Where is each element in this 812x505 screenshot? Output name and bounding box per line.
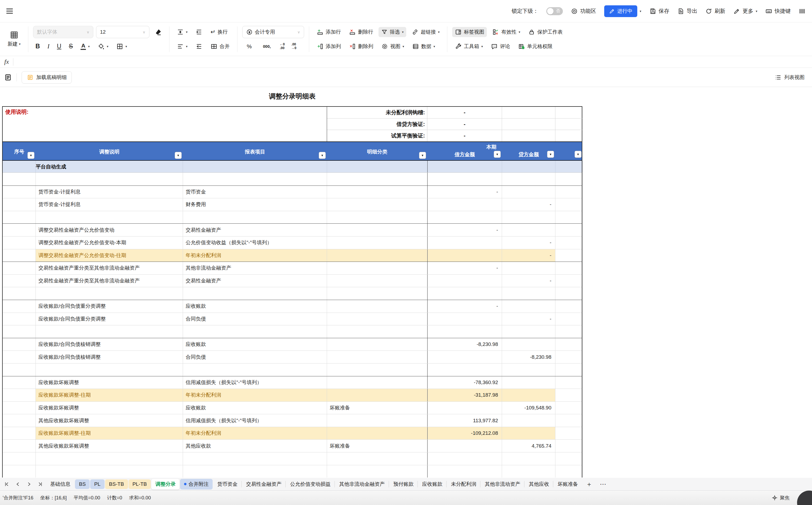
horizontal-align-button[interactable]: ▾ [174,41,190,51]
report-item-cell[interactable]: 应收账款 [183,402,327,414]
credit-cell[interactable] [502,363,555,376]
detail-class-cell[interactable] [327,414,427,427]
seq-cell[interactable] [3,287,36,300]
detail-class-cell[interactable] [327,325,427,338]
filter-button[interactable]: ▼ [27,152,34,159]
formula-input[interactable] [13,56,812,67]
font-family-select[interactable]: 默认字体∨ [33,26,93,38]
empty-cell[interactable] [502,119,555,130]
report-item-cell[interactable]: 合同负债 [183,313,327,325]
extra-cell[interactable] [555,453,583,465]
report-item-cell[interactable]: 货币资金 [183,186,327,198]
cell[interactable] [3,161,36,172]
add-row-button[interactable]: 添加行 [314,27,343,37]
lock-sublevel-toggle[interactable]: 否 [546,7,563,15]
report-item-cell[interactable]: 财务费用 [183,198,327,211]
seq-cell[interactable] [3,236,36,249]
extra-cell[interactable] [555,402,583,414]
desc-cell[interactable]: 其他应收账款坏账调整 [36,414,183,427]
extra-cell[interactable] [555,262,583,275]
detail-class-cell[interactable] [327,262,427,275]
detail-class-cell[interactable] [327,313,427,325]
credit-cell[interactable] [502,465,555,478]
filter-button[interactable]: ▼ [575,151,581,158]
seq-cell[interactable] [3,453,36,465]
data-button[interactable]: 数据▾ [410,41,438,51]
report-item-cell[interactable]: 信用减值损失（损失以"-"号填列） [183,376,327,389]
sidebar-panel-icon[interactable] [799,8,806,15]
extra-cell[interactable] [555,440,583,452]
extra-cell[interactable] [555,313,583,325]
seq-cell[interactable] [3,440,36,452]
validity-button[interactable]: 有效性▾ [490,27,523,37]
more-button[interactable]: 更多▾ [733,7,757,15]
desc-cell[interactable] [36,325,183,338]
detail-class-cell[interactable] [327,453,427,465]
credit-cell[interactable] [502,414,555,427]
more-sheets-button[interactable]: ⋯ [596,480,610,488]
debit-cell[interactable]: 113,977.82 [427,414,502,427]
seq-cell[interactable] [3,338,36,351]
desc-cell[interactable]: 应收账款坏账调整-往期 [36,389,183,401]
check-label[interactable]: 借贷方验证: [327,119,427,130]
seq-cell[interactable] [3,224,36,236]
detail-class-cell[interactable] [327,338,427,351]
sheet-tab-调整分录[interactable]: 调整分录 [151,479,180,490]
percent-format-button[interactable]: % [244,43,254,50]
debit-cell[interactable] [427,465,502,478]
credit-cell[interactable] [502,389,555,401]
report-item-cell[interactable]: 年初未分配利润 [183,427,327,440]
debit-cell[interactable] [427,363,502,376]
desc-cell[interactable]: 应收账款/合同负债重分类调整 [36,300,183,313]
debit-cell[interactable] [427,313,502,325]
detail-class-cell[interactable] [327,300,427,313]
seq-cell[interactable] [3,173,36,185]
sheet-tab-未分配利润[interactable]: 未分配利润 [447,479,480,490]
report-item-cell[interactable]: 年初未分配利润 [183,249,327,262]
check-value[interactable]: - [427,130,502,142]
detail-class-cell[interactable] [327,465,427,478]
report-item-cell[interactable] [183,173,327,185]
export-button[interactable]: 导出 [677,7,697,15]
credit-cell[interactable] [502,427,555,440]
header-report-item[interactable]: 报表项目▼ [183,142,327,160]
extra-cell[interactable] [555,300,583,313]
debit-cell[interactable]: -78,360.92 [427,376,502,389]
desc-cell[interactable]: 调整交易性金融资产公允价值变动-往期 [36,249,183,262]
extra-cell[interactable] [555,376,583,389]
view-button[interactable]: 视图▾ [378,41,407,51]
desc-cell[interactable]: 调整交易性金融资产公允价值变动-本期 [36,236,183,249]
extra-cell[interactable] [555,351,583,363]
report-item-cell[interactable] [183,465,327,478]
toolbox-button[interactable]: 工具箱▾ [452,41,486,51]
filter-button[interactable]: ▼ [175,152,182,159]
sheet-tab-其他非流动资产[interactable]: 其他非流动资产 [481,479,524,490]
last-sheet-icon[interactable] [37,481,43,487]
debit-cell[interactable] [427,287,502,300]
empty-cell[interactable] [555,119,583,130]
indent-decrease-button[interactable] [193,41,205,51]
debit-cell[interactable]: - [427,262,502,275]
extra-cell[interactable] [555,427,583,440]
extra-cell[interactable] [555,325,583,338]
desc-cell[interactable]: 调整交易性金融资产公允价值变动 [36,224,183,236]
filter-button[interactable]: ▼ [319,152,326,159]
usage-note-cell[interactable]: 使用说明: [3,107,327,142]
debit-cell[interactable] [427,351,502,363]
thousands-format-button[interactable]: 000, [261,43,273,49]
seq-cell[interactable] [3,262,36,275]
status-caret-icon[interactable]: ▾ [640,9,641,13]
debit-cell[interactable] [427,453,502,465]
extra-cell[interactable] [555,414,583,427]
desc-cell[interactable] [36,287,183,300]
save-button[interactable]: 保存 [649,7,669,15]
credit-cell[interactable] [502,186,555,198]
italic-button[interactable]: I [45,42,52,50]
desc-cell[interactable]: 应收账款坏账调整 [36,376,183,389]
desc-cell[interactable]: 应收账款/合同负债核销调整 [36,351,183,363]
report-item-cell[interactable]: 合同负债 [183,351,327,363]
debit-cell[interactable] [427,275,502,287]
debit-cell[interactable] [427,236,502,249]
delete-column-button[interactable]: 删除列 [346,41,376,51]
seq-cell[interactable] [3,198,36,211]
